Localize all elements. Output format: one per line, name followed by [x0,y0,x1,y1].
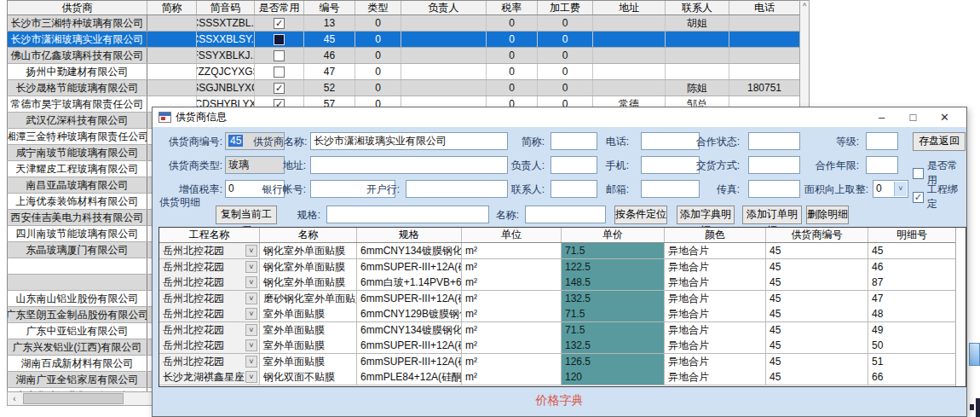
locate-button[interactable]: 按条件定位 [614,206,667,224]
grid-row[interactable]: 长沙龙湖祺鑫星座˅钢化双面不贴膜6mmPLE84+12A(硅酮胶...m²120… [159,369,956,385]
column-header-8[interactable]: 加工费 [538,1,593,14]
grid-cell-0[interactable]: 岳州北控花园˅ [159,243,260,258]
add-dict-detail-button[interactable]: 添加字典明细 [677,206,735,224]
column-header-9[interactable]: 地址 [593,1,666,14]
table-row[interactable]: 长沙市潇湘玻璃实业有限公司CSSXXBLSY...45000 [7,32,800,48]
scroll-up-icon[interactable]: ^ [803,2,806,10]
grid-cell-text: 6mmCNY134镀膜钢化 [360,245,462,257]
cell-phone [729,32,800,47]
checkbox-icon[interactable] [274,67,285,78]
grid-column-header-7[interactable]: 明细号 [868,228,956,242]
grid-row[interactable]: 岳州北控花园˅磨砂钢化室外单面贴膜6mmSUPER-III+12A(硅...m²… [159,291,956,307]
abbr-field[interactable] [551,132,597,150]
grid-cell-0[interactable]: 岳州北控花园˅ [159,259,260,275]
dialog-icon [159,112,171,123]
column-header-2[interactable]: 简音码 [197,1,255,14]
grid-cell-1: 钢化室外单面贴膜 [260,259,357,275]
add-order-detail-button[interactable]: 添加订单明细 [742,206,802,224]
copy-project-button[interactable]: 复制当前工程 [216,206,277,224]
scrollbar-thumb[interactable] [23,393,124,404]
chevron-down-icon[interactable]: ˅ [245,324,257,336]
grid-row[interactable]: 岳州北控花园˅室外单面贴膜6mmCNY134镀膜钢化m²71.5异地合片4549 [159,322,956,339]
grid-column-header-3[interactable]: 单位 [462,228,562,242]
grid-row[interactable]: 岳州北控花园˅室外单面贴膜6mmSUPER-III+12A(硅...m²126.… [159,354,956,370]
table-row[interactable]: 佛山市亿鑫玻璃科技有限公司FSSYXBLKJ...46000 [7,48,800,64]
cell-type: 0 [355,48,401,63]
chevron-down-icon[interactable]: ˅ [245,308,257,320]
minimize-icon[interactable]: – [866,108,897,127]
name-filter-input[interactable] [525,206,606,223]
dialog-titlebar[interactable]: 供货商信息 – □ ✕ [153,107,966,127]
grid-column-header-1[interactable]: 名称 [260,228,357,242]
chevron-down-icon[interactable]: ˅ [245,339,257,351]
chevron-down-icon[interactable]: ˅ [245,371,257,383]
chevron-down-icon[interactable]: ˅ [245,276,257,288]
grid-cell-0[interactable]: 岳州北控花园˅ [159,306,260,321]
column-header-1[interactable]: 简称 [147,1,197,14]
email-field[interactable] [641,180,700,198]
grid-column-header-6[interactable]: 供货商编号 [766,228,868,242]
supplier-name-field[interactable]: 长沙市潇湘玻璃实业有限公司 [310,132,508,150]
grid-cell-5: 异地合片 [665,338,766,353]
scroll-left-icon[interactable]: ‹ [8,394,21,403]
bind-checkbox[interactable]: ✓ 工程绑定 [913,182,966,211]
grid-cell-0[interactable]: 长沙龙湖祺鑫星座˅ [159,369,260,385]
column-header-6[interactable]: 负责人 [401,1,487,14]
checkbox-icon[interactable] [274,50,285,61]
maximize-icon[interactable]: □ [897,108,929,127]
table-row[interactable]: 长沙市三湘特种玻璃有限公司CSSSXTZBL...✓13000胡姐 [7,15,800,32]
delivery-field[interactable] [748,156,800,174]
detail-grid-scrollbar[interactable] [955,228,966,386]
delete-detail-button[interactable]: 删除明细 [806,206,849,224]
grid-cell-0[interactable]: 岳州北控花园˅ [159,338,260,353]
table-row[interactable]: 长沙晟格节能玻璃有限公司CSSGJNBLYXGS✓52000陈姐180751 [7,80,800,96]
chevron-down-icon[interactable]: ˅ [245,245,257,257]
checkbox-icon[interactable] [274,34,285,45]
column-header-3[interactable]: 是否常用 [255,1,304,14]
close-icon[interactable]: ✕ [929,108,960,127]
cell-common: ✓ [255,15,304,31]
cell-code: CSSXXBLSY... [197,32,255,47]
coop-years-field[interactable] [866,156,898,174]
grid-cell-0[interactable]: 岳州北控花园˅ [159,322,260,338]
grid-column-header-2[interactable]: 规格 [357,228,462,242]
save-return-button[interactable]: 存盘返回 [913,132,966,151]
coop-status-field[interactable] [748,132,800,150]
checkbox-icon[interactable] [913,168,924,179]
table-row[interactable]: 扬州中勤建材有限公司YZZQJCYXGS47000 [7,64,800,80]
grid-row[interactable]: 岳州北控花园˅钢化室外单面贴膜6mm白玻+1.14PVB+6mm...m²148… [159,275,956,291]
grid-row[interactable]: 岳州北控花园˅钢化室外单面贴膜6mmCNY134镀膜钢化m²71.5异地合片45… [159,243,956,259]
round-up-combo[interactable]: 0 ˅ [873,180,908,198]
supplier-type-field[interactable]: 玻璃 [225,156,285,174]
grid-row[interactable]: 岳州北控花园˅钢化室外单面贴膜6mmSUPER-III+12A(硅...m²12… [159,259,956,275]
column-header-4[interactable]: 编号 [304,1,355,14]
manager-field[interactable] [551,156,597,174]
chevron-down-icon[interactable]: ˅ [245,292,257,304]
column-header-5[interactable]: 类型 [355,1,401,14]
column-header-7[interactable]: 税率 [487,1,538,14]
chevron-down-icon[interactable]: ˅ [245,261,257,273]
grid-cell-0[interactable]: 岳州北控花园˅ [159,291,260,306]
grid-row[interactable]: 岳州北控花园˅室外单面贴膜6mmCNY129B镀膜钢化m²71.5异地合片454… [159,306,956,322]
column-header-0[interactable]: 供货商 [8,1,147,14]
bank-field[interactable] [406,180,508,198]
chevron-down-icon[interactable]: ˅ [245,356,257,368]
grid-cell-2: 6mmCNY134镀膜钢化 [357,322,462,338]
grade-field[interactable] [866,132,898,150]
checkbox-icon[interactable]: ✓ [274,83,285,94]
cell-tax: 0 [487,15,538,31]
column-header-10[interactable]: 联系人 [666,1,729,14]
contact-field[interactable] [551,180,597,198]
address-field[interactable] [310,156,508,174]
grid-column-header-0[interactable]: 工程名称 [159,228,260,242]
checkbox-icon[interactable]: ✓ [274,18,285,29]
grid-row[interactable]: 岳州北控花园˅室外单面贴膜6mmSUPER-III+12A(硅...m²132.… [159,338,956,354]
grid-cell-0[interactable]: 岳州北控花园˅ [159,354,260,369]
spec-filter-input[interactable] [326,206,489,223]
grid-column-header-4[interactable]: 单价 [562,228,665,242]
column-header-11[interactable]: 电话 [729,1,800,14]
checkbox-checked-icon[interactable]: ✓ [913,192,924,203]
chevron-down-icon[interactable]: ˅ [894,182,907,196]
grid-column-header-5[interactable]: 颜色 [665,228,766,242]
grid-cell-0[interactable]: 岳州北控花园˅ [159,275,260,290]
